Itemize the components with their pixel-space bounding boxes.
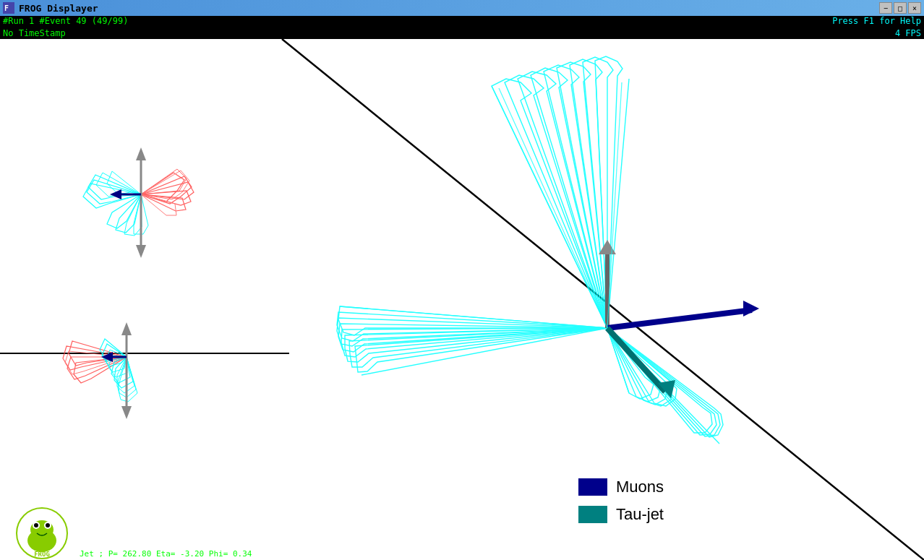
legend: Muons Tau-jet: [578, 478, 664, 524]
info-right: Press F1 for Help 4 FPS: [832, 15, 921, 40]
title-left: F FROG Displayer: [3, 2, 98, 14]
svg-marker-26: [110, 189, 121, 199]
close-button[interactable]: ×: [908, 2, 921, 14]
jet-info: Jet ; P= 262.80 Eta= -3.20 Phi= 0.34: [80, 549, 252, 559]
svg-line-86: [607, 82, 622, 328]
svg-marker-24: [136, 245, 146, 258]
timestamp-text: No TimeStamp: [3, 27, 128, 40]
svg-line-85: [499, 88, 607, 328]
svg-point-93: [46, 523, 50, 527]
muons-label: Muons: [616, 478, 664, 496]
legend-item-muons: Muons: [578, 478, 664, 496]
minimize-button[interactable]: −: [879, 2, 892, 14]
svg-marker-42: [121, 322, 132, 335]
svg-line-57: [607, 79, 629, 328]
svg-marker-49: [518, 72, 607, 328]
svg-line-83: [607, 328, 665, 392]
legend-item-taujet: Tau-jet: [578, 505, 664, 524]
svg-text:FROG: FROG: [34, 551, 50, 558]
app-icon: F: [3, 2, 14, 14]
svg-marker-82: [743, 301, 759, 316]
svg-marker-44: [121, 406, 132, 419]
help-text: Press F1 for Help: [832, 15, 921, 27]
frog-logo: FROG: [6, 506, 78, 560]
svg-marker-52: [557, 62, 607, 328]
taujet-label: Tau-jet: [616, 505, 664, 524]
svg-marker-22: [136, 147, 146, 160]
muons-swatch: [578, 478, 607, 496]
scene-svg: [0, 39, 924, 560]
svg-point-92: [34, 523, 38, 527]
run-event-text: #Run 1 #Event 49 (49/99): [3, 15, 128, 27]
info-bar: #Run 1 #Event 49 (49/99) No TimeStamp Pr…: [0, 16, 924, 39]
svg-marker-48: [505, 75, 607, 328]
fps-text: 4 FPS: [832, 27, 921, 40]
svg-marker-12: [87, 180, 141, 204]
taujet-swatch: [578, 506, 607, 523]
window-controls: − □ ×: [879, 2, 921, 14]
maximize-button[interactable]: □: [894, 2, 907, 14]
svg-text:F: F: [4, 4, 9, 12]
title-bar: F FROG Displayer − □ ×: [0, 0, 924, 16]
main-canvas: Muons Tau-jet FROG Jet ; P= 262.80 Eta= …: [0, 39, 924, 560]
app-title: FROG Displayer: [19, 3, 98, 14]
svg-line-67: [362, 328, 607, 375]
svg-marker-50: [531, 68, 607, 328]
run-info: #Run 1 #Event 49 (49/99) No TimeStamp: [3, 15, 128, 40]
svg-marker-80: [599, 240, 616, 254]
svg-line-81: [607, 310, 752, 328]
